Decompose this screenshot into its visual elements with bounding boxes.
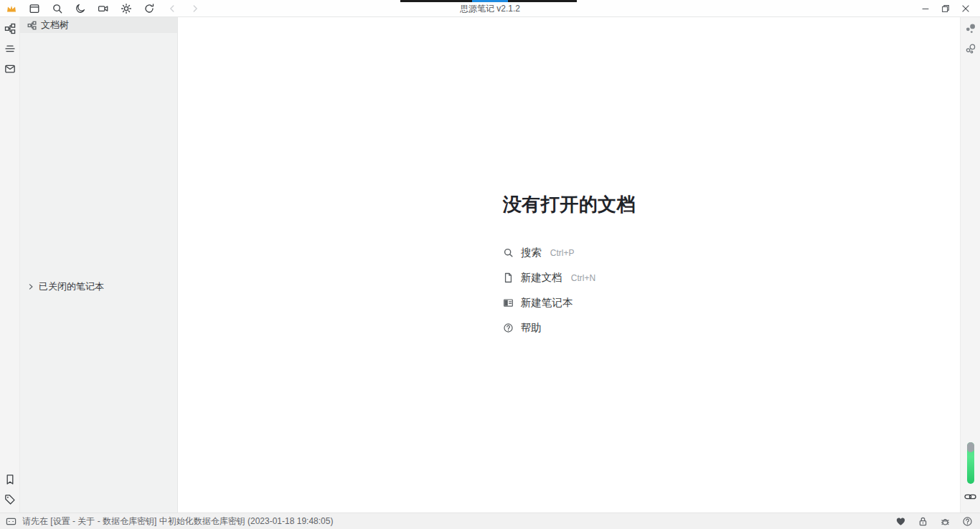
titlebar: 思源笔记 v2.1.2 — [0, 0, 980, 17]
minimize-icon[interactable] — [915, 0, 936, 17]
outline-icon[interactable] — [0, 39, 20, 59]
chevron-right-icon — [27, 283, 34, 290]
action-shortcut: Ctrl+P — [550, 248, 575, 258]
file-tree-icon — [27, 21, 37, 30]
action-search[interactable]: 搜索 Ctrl+P — [503, 247, 575, 258]
left-dock — [0, 17, 20, 513]
back-icon[interactable] — [166, 3, 178, 14]
new-notebook-icon — [503, 297, 514, 308]
statusbar-actions — [895, 515, 980, 528]
window-controls — [915, 0, 980, 16]
document-tree-panel: 文档树 已关闭的笔记本 — [20, 17, 178, 513]
selection-icon — [6, 516, 17, 527]
action-help[interactable]: 帮助 — [503, 323, 550, 333]
empty-state: 没有打开的文档 搜索 Ctrl+P 新建文档 Ctrl+N 新建笔记本 — [503, 192, 636, 333]
help-icon — [503, 323, 514, 333]
record-icon[interactable] — [98, 3, 109, 14]
lock-icon[interactable] — [917, 515, 929, 528]
bug-icon[interactable] — [939, 515, 951, 528]
action-label: 新建文档 — [521, 271, 562, 285]
status-message-text: 请先在 [设置 - 关于 - 数据仓库密钥] 中初始化数据仓库密钥 (2023-… — [22, 515, 333, 528]
toolbar — [0, 0, 201, 16]
top-progress-bar — [400, 0, 577, 2]
help-circle-icon[interactable] — [961, 515, 974, 528]
tag-icon[interactable] — [0, 490, 20, 510]
action-label: 搜索 — [521, 246, 542, 259]
slider-thumb-handle[interactable] — [967, 442, 974, 452]
right-dock — [960, 17, 980, 513]
document-tree-title: 文档树 — [41, 19, 69, 32]
document-tree-header[interactable]: 文档树 — [20, 17, 177, 33]
empty-state-title: 没有打开的文档 — [503, 192, 636, 217]
action-label: 帮助 — [521, 321, 542, 335]
vertical-slider[interactable] — [967, 442, 974, 484]
heart-icon[interactable] — [895, 515, 907, 528]
action-label: 新建笔记本 — [521, 296, 573, 310]
statusbar: 请先在 [设置 - 关于 - 数据仓库密钥] 中初始化数据仓库密钥 (2023-… — [0, 513, 980, 529]
forward-icon[interactable] — [189, 3, 201, 14]
graph-icon[interactable] — [961, 19, 980, 39]
bookmark-icon[interactable] — [0, 470, 20, 490]
search-icon[interactable] — [52, 3, 63, 14]
settings-icon[interactable] — [121, 3, 132, 14]
new-doc-icon — [503, 272, 514, 283]
file-tree-icon[interactable] — [0, 19, 20, 39]
crown-icon[interactable] — [6, 3, 17, 14]
inbox-icon[interactable] — [0, 59, 20, 79]
search-icon — [503, 247, 514, 258]
maximize-icon[interactable] — [936, 0, 956, 17]
action-new-notebook[interactable]: 新建笔记本 — [503, 297, 582, 308]
action-new-doc[interactable]: 新建文档 Ctrl+N — [503, 272, 595, 283]
action-shortcut: Ctrl+N — [571, 273, 595, 283]
closed-notebooks-label: 已关闭的笔记本 — [39, 280, 104, 293]
sync-icon[interactable] — [143, 3, 155, 14]
closed-notebooks-row[interactable]: 已关闭的笔记本 — [20, 278, 177, 295]
top-progress-indicator — [472, 0, 508, 2]
theme-moon-icon[interactable] — [75, 3, 86, 14]
close-icon[interactable] — [956, 0, 976, 17]
editor-empty-area: 没有打开的文档 搜索 Ctrl+P 新建文档 Ctrl+N 新建笔记本 — [179, 17, 960, 513]
backlinks-link-icon[interactable] — [961, 487, 980, 507]
status-message[interactable]: 请先在 [设置 - 关于 - 数据仓库密钥] 中初始化数据仓库密钥 (2023-… — [0, 515, 333, 528]
daily-note-icon[interactable] — [29, 3, 40, 14]
global-graph-icon[interactable] — [961, 39, 980, 59]
